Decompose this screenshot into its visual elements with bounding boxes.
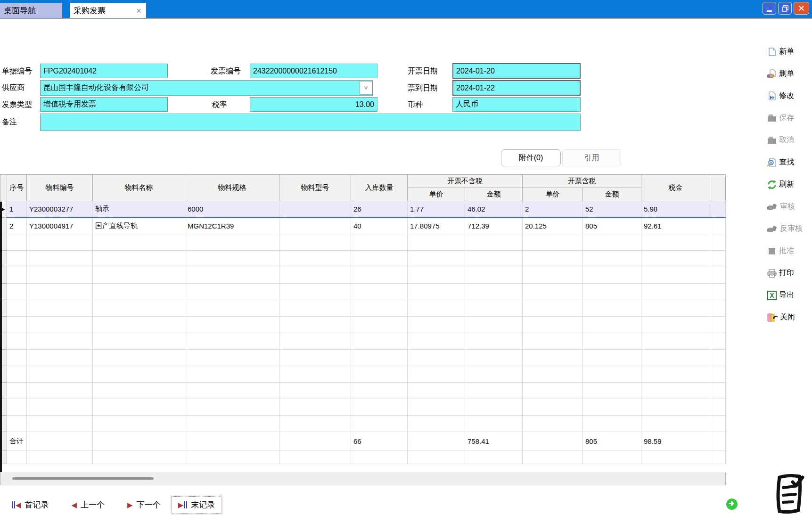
grid-row-2[interactable]: 2 Y1300004917 国产直线导轨 MGN12C1R39 40 17.80…: [0, 218, 726, 234]
col-header-qty: 入库数量: [351, 175, 408, 201]
col-header-incl-amount: 金额: [583, 188, 641, 201]
tax-rate-field[interactable]: [250, 97, 377, 112]
record-navigation-bar: ◀ 首记录 ◀ 上一个 ▶ 下一个 ▶ 末记录: [0, 495, 283, 515]
approve-icon: [767, 246, 777, 256]
invoice-no-field[interactable]: [250, 64, 377, 78]
scrollbar-thumb[interactable]: [12, 477, 154, 480]
cell-spec[interactable]: MGN12C1R39: [185, 218, 279, 234]
invoice-type-label: 发票类型: [2, 97, 32, 112]
supplier-field[interactable]: [40, 80, 373, 96]
cell-excl-price[interactable]: 17.80975: [408, 218, 465, 234]
new-doc-icon: [767, 47, 777, 57]
svg-text:n: n: [770, 161, 772, 164]
last-record-icon: ▶: [178, 501, 188, 508]
doc-no-field[interactable]: [40, 64, 168, 78]
titlebar: 桌面导航 采购发票 × ✕: [0, 0, 812, 19]
tab-close-icon[interactable]: ×: [135, 6, 142, 15]
grid-horizontal-scrollbar[interactable]: [0, 472, 726, 485]
grid-empty-row: [0, 416, 726, 432]
grid-empty-row: [0, 450, 726, 464]
purchase-invoice-window: 桌面导航 采购发票 × ✕ 单据编号 发票编号 开票日期 供应商 ˅ 票到日期 …: [0, 0, 812, 515]
refresh-button[interactable]: 刷新: [767, 173, 812, 196]
arrival-date-label: 票到日期: [408, 81, 438, 95]
close-button[interactable]: ✕: [794, 2, 809, 15]
tab-purchase-invoice[interactable]: 采购发票 ×: [70, 3, 146, 18]
row-indicator-header: [0, 175, 7, 201]
arrival-date-field[interactable]: [452, 80, 581, 96]
total-incl-amount: 805: [583, 432, 641, 450]
close-page-button[interactable]: 关闭: [767, 306, 812, 328]
grid-total-row: 合计 66 758.41 805 98.59: [0, 432, 726, 450]
cell-spec[interactable]: 6000: [185, 201, 279, 218]
print-button[interactable]: 打印: [767, 262, 812, 284]
tab-purchase-invoice-label: 采购发票: [74, 5, 106, 16]
cell-tax[interactable]: 5.98: [641, 201, 710, 218]
last-record-button[interactable]: ▶ 末记录: [171, 496, 222, 514]
cell-tax[interactable]: 92.61: [641, 218, 710, 234]
cell-incl-price[interactable]: 20.125: [523, 218, 583, 234]
window-controls: ✕: [763, 2, 809, 15]
invoice-type-field[interactable]: [40, 97, 168, 112]
reference-button[interactable]: 引用: [562, 149, 621, 166]
grid-empty-row: [0, 234, 726, 251]
unaudit-button: 反审核: [767, 218, 812, 240]
cell-filler: [710, 201, 726, 218]
cell-model[interactable]: [279, 201, 351, 218]
delete-doc-button[interactable]: 删单: [767, 63, 812, 85]
grid-empty-row: [0, 333, 726, 350]
first-record-button[interactable]: ◀ 首记录: [12, 499, 49, 510]
cell-model[interactable]: [279, 218, 351, 234]
grid-empty-row: [0, 383, 726, 399]
cell-seq[interactable]: 1: [7, 201, 27, 218]
currency-field[interactable]: [452, 97, 581, 112]
tab-desktop-nav-label: 桌面导航: [4, 5, 36, 16]
restore-icon: [782, 5, 788, 12]
cell-incl-price[interactable]: 2: [523, 201, 583, 218]
doc-no-label: 单据编号: [2, 64, 32, 78]
col-header-filler: [710, 175, 726, 201]
cell-code[interactable]: Y1300004917: [27, 218, 93, 234]
cell-name[interactable]: 国产直线导轨: [93, 218, 185, 234]
next-record-button[interactable]: ▶ 下一个: [127, 499, 161, 510]
grid-row-1[interactable]: ▶ 1 Y2300003277 轴承 6000 26 1.77 46.02 2 …: [0, 201, 726, 218]
remark-field[interactable]: [40, 114, 581, 131]
total-empty: [185, 432, 279, 450]
cell-incl-amount[interactable]: 805: [583, 218, 641, 234]
next-record-icon: ▶: [127, 501, 133, 508]
cell-qty[interactable]: 40: [351, 218, 408, 234]
cell-qty[interactable]: 26: [351, 201, 408, 218]
cell-seq[interactable]: 2: [7, 218, 27, 234]
cell-name[interactable]: 轴承: [93, 201, 185, 218]
tab-desktop-nav[interactable]: 桌面导航: [0, 3, 62, 18]
attachment-button[interactable]: 附件(0): [501, 149, 561, 166]
grid-empty-row: [0, 317, 726, 333]
grid-left-edge: [0, 202, 2, 484]
cell-excl-amount[interactable]: 46.02: [465, 201, 523, 218]
find-button[interactable]: n 查找: [767, 151, 812, 173]
previous-record-button[interactable]: ◀ 上一个: [72, 499, 105, 510]
invoice-date-field[interactable]: [452, 63, 581, 79]
export-button[interactable]: X 导出: [767, 284, 812, 306]
minimize-icon: [767, 10, 772, 12]
cancel-button: 取消: [767, 129, 812, 151]
cell-excl-amount[interactable]: 712.39: [465, 218, 523, 234]
minimize-button[interactable]: [763, 2, 776, 15]
col-header-excl-tax-group: 开票不含税: [408, 175, 523, 188]
refresh-icon: [767, 180, 777, 189]
cell-code[interactable]: Y2300003277: [27, 201, 93, 218]
total-label: 合计: [7, 432, 27, 450]
new-doc-button[interactable]: 新单: [767, 41, 812, 63]
total-empty: [523, 432, 583, 450]
restore-button[interactable]: [778, 2, 792, 15]
edit-button[interactable]: 修改: [767, 85, 812, 107]
col-header-tax: 税金: [641, 175, 710, 201]
audit-icon: [767, 202, 778, 212]
cell-excl-price[interactable]: 1.77: [408, 201, 465, 218]
first-record-icon: ◀: [12, 501, 21, 508]
col-header-incl-tax-group: 开票含税: [523, 175, 641, 188]
unaudit-icon: [767, 224, 778, 234]
supplier-dropdown-button[interactable]: ˅: [360, 81, 372, 95]
search-icon: n: [767, 158, 777, 167]
total-empty: [279, 432, 351, 450]
cell-incl-amount[interactable]: 52: [583, 201, 641, 218]
